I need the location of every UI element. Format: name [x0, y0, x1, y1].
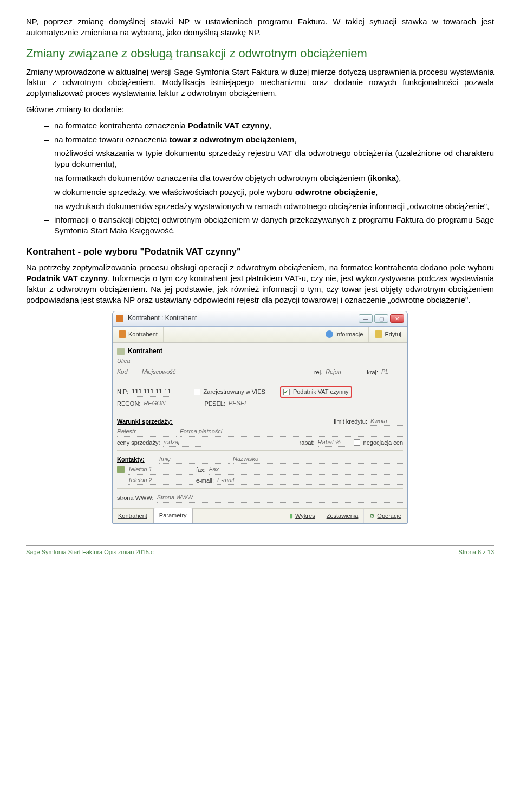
- toolbar-edytuj-label: Edytuj: [385, 330, 401, 339]
- paragraph-changes-1: Zmiany wprowadzone w aktualnej wersji Sa…: [26, 67, 494, 99]
- tab-zestawienia[interactable]: Zestawienia: [321, 509, 365, 523]
- minimize-button[interactable]: —: [359, 314, 373, 323]
- rabat-field[interactable]: Rabat %: [318, 438, 350, 447]
- list-item: na formatce towaru oznaczenia towar z od…: [44, 134, 494, 145]
- window-toolbar: Kontrahent Informacje Edytuj: [113, 327, 407, 343]
- fax-label: fax:: [196, 466, 206, 474]
- www-field[interactable]: Strona WWW: [157, 493, 403, 503]
- vies-label: Zarejestrowany w VIES: [204, 388, 265, 396]
- vat-czynny-label: Podatnik VAT czynny: [293, 388, 349, 396]
- page-footer: Sage Symfonia Start Faktura Opis zmian 2…: [26, 545, 494, 556]
- rejon-field[interactable]: Rejon: [326, 368, 363, 377]
- rej-label: rej.: [314, 368, 322, 376]
- negocjacja-label: negocjacja cen: [363, 439, 403, 447]
- kraj-label: kraj:: [367, 368, 378, 376]
- bottom-tabs: Kontrahent Parametry ▮Wykres Zestawienia…: [113, 508, 407, 523]
- tab-wykres[interactable]: ▮Wykres: [284, 509, 321, 523]
- changes-list: na formatce kontrahenta oznaczenia Podat…: [26, 120, 494, 236]
- paragraph-intro: NP, poprzez zmianę domyślnej stawki NP w…: [26, 16, 494, 38]
- regon-label: REGON:: [117, 400, 140, 408]
- list-item: na wydrukach dokumentów sprzedaży wystaw…: [44, 201, 494, 212]
- limit-field[interactable]: Kwota: [370, 417, 403, 426]
- list-item: na formatkach dokumentów oznaczenia dla …: [44, 173, 494, 184]
- list-item: informacji o transakcji objętej odwrotny…: [44, 215, 494, 236]
- kraj-field[interactable]: PL: [381, 368, 403, 377]
- kontrahent-window: Kontrahent : Kontrahent — ▢ ✕ Kontrahent…: [112, 311, 408, 524]
- ceny-field[interactable]: rodzaj: [163, 438, 201, 447]
- nip-field[interactable]: 111-111-11-11: [132, 387, 171, 397]
- rejestr-field[interactable]: Rejestr: [117, 427, 177, 437]
- list-item: na formatce kontrahenta oznaczenia Podat…: [44, 120, 494, 131]
- footer-left: Sage Symfonia Start Faktura Opis zmian 2…: [26, 548, 153, 556]
- ceny-label: ceny sprzedaży:: [117, 439, 160, 447]
- fax-field[interactable]: Fax: [209, 465, 403, 475]
- toolbar-informacje-label: Informacje: [335, 330, 363, 339]
- warunki-heading: Warunki sprzedaży:: [117, 418, 173, 426]
- rabat-label: rabat:: [299, 439, 314, 447]
- forma-field[interactable]: Forma płatności: [180, 427, 403, 437]
- paragraph-changes-2: Główne zmiany to dodanie:: [26, 104, 494, 115]
- pesel-label: PESEL:: [204, 400, 225, 408]
- window-title: Kontrahent : Kontrahent: [128, 314, 359, 323]
- heading-changes: Zmiany związane z obsługą transakcji z o…: [26, 46, 494, 61]
- info-icon: [326, 330, 333, 338]
- negocjacja-checkbox[interactable]: [354, 439, 360, 446]
- miejscowosc-field[interactable]: Miejscowość: [142, 368, 311, 377]
- tel1-field[interactable]: Telefon 1: [128, 465, 193, 475]
- tel2-field[interactable]: Telefon 2: [128, 476, 193, 485]
- close-button[interactable]: ✕: [390, 314, 404, 323]
- vat-czynny-highlight: Podatnik VAT czynny: [280, 386, 352, 398]
- phone-icon: [117, 466, 125, 473]
- kod-field[interactable]: Kod: [117, 368, 139, 377]
- toolbar-kontrahent-label: Kontrahent: [128, 330, 158, 339]
- kontrahent-name: Kontrahent: [128, 347, 162, 356]
- list-item: w dokumencie sprzedaży, we właściwościac…: [44, 187, 494, 198]
- imie-field[interactable]: Imię: [159, 455, 230, 464]
- nazwisko-field[interactable]: Nazwisko: [233, 455, 403, 464]
- window-titlebar: Kontrahent : Kontrahent — ▢ ✕: [113, 311, 407, 327]
- person-icon: [119, 330, 126, 338]
- kontakty-heading: Kontakty:: [117, 456, 145, 464]
- nip-label: NIP:: [117, 388, 128, 396]
- toolbar-kontrahent[interactable]: Kontrahent: [113, 327, 164, 342]
- www-label: strona WWW:: [117, 494, 154, 502]
- regon-field[interactable]: REGON: [144, 399, 187, 408]
- heading-kontrahent: Kontrahent - pole wyboru "Podatnik VAT c…: [26, 246, 494, 258]
- ulica-field[interactable]: Ulica: [117, 357, 403, 366]
- card-icon: [117, 348, 125, 355]
- app-icon: [116, 315, 123, 322]
- vat-czynny-checkbox[interactable]: [283, 389, 290, 395]
- toolbar-edytuj[interactable]: Edytuj: [369, 327, 407, 342]
- email-label: e-mail:: [196, 477, 214, 485]
- limit-label: limit kredytu:: [334, 418, 367, 426]
- tab-operacje[interactable]: ⚙Operacje: [364, 509, 407, 523]
- vies-checkbox[interactable]: [194, 389, 200, 395]
- footer-right: Strona 6 z 13: [459, 548, 494, 556]
- tab-kontrahent[interactable]: Kontrahent: [113, 509, 153, 523]
- toolbar-informacje[interactable]: Informacje: [320, 327, 369, 342]
- email-field[interactable]: E-mail: [217, 476, 403, 485]
- maximize-button[interactable]: ▢: [374, 314, 388, 323]
- paragraph-kontrahent: Na potrzeby zoptymalizowania procesu obs…: [26, 262, 494, 305]
- edit-icon: [375, 330, 382, 338]
- list-item: możliwości wskazania w typie dokumentu s…: [44, 148, 494, 170]
- tab-parametry[interactable]: Parametry: [153, 508, 193, 523]
- pesel-field[interactable]: PESEL: [229, 399, 272, 408]
